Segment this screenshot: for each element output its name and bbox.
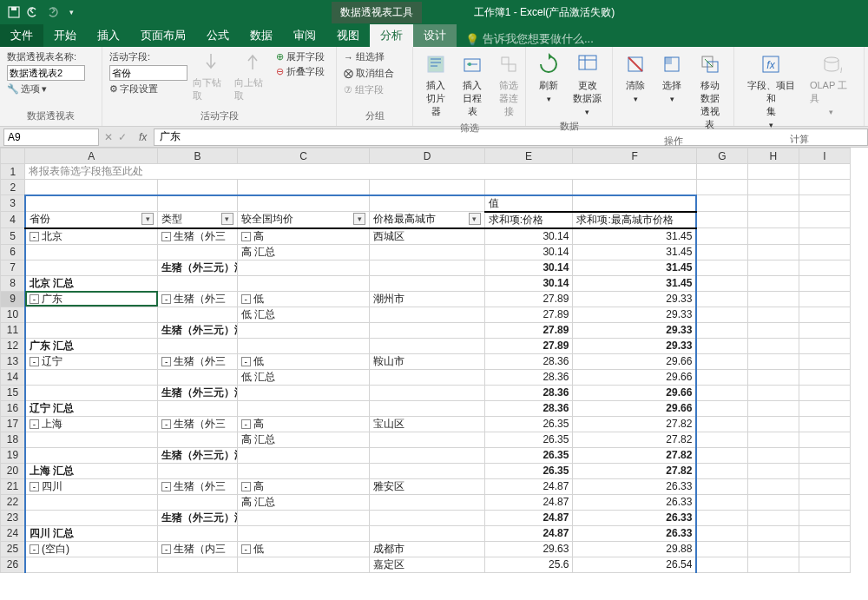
row-header[interactable]: 18 (1, 432, 25, 447)
row-header[interactable]: 16 (1, 400, 25, 416)
cell[interactable] (370, 369, 484, 385)
enter-icon[interactable]: ✓ (118, 131, 127, 143)
cell[interactable]: 28.36 (484, 369, 573, 385)
cell[interactable]: 较全国均价 (237, 212, 370, 228)
collapse-toggle[interactable]: - (241, 232, 251, 241)
collapse-toggle[interactable]: - (161, 294, 171, 304)
col-header[interactable]: D (370, 148, 484, 164)
cell[interactable]: 28.36 (484, 385, 573, 400)
row-header[interactable]: 6 (1, 244, 25, 260)
cell[interactable] (370, 338, 484, 353)
row-header[interactable]: 2 (1, 180, 25, 195)
row-header[interactable]: 19 (1, 447, 25, 463)
cell[interactable]: 广东 汇总 (25, 338, 158, 353)
cell[interactable]: -广东 (25, 291, 158, 307)
cell[interactable]: 29.66 (573, 400, 696, 416)
cell[interactable] (25, 557, 158, 572)
cell[interactable] (25, 307, 158, 322)
cell[interactable]: 26.33 (573, 494, 696, 510)
redo-icon[interactable] (45, 5, 59, 19)
tab-file[interactable]: 文件 (0, 24, 43, 47)
cell[interactable]: 26.33 (573, 510, 696, 525)
cell[interactable]: 价格最高城市 (370, 212, 484, 228)
cell[interactable] (237, 275, 370, 291)
field-settings-button[interactable]: ⚙字段设置 (109, 82, 187, 96)
cell[interactable]: 27.89 (484, 338, 573, 353)
collapse-toggle[interactable]: - (30, 482, 39, 491)
cell[interactable]: 生猪（外三元）汇总 (158, 260, 238, 275)
cell[interactable]: -高 (237, 416, 370, 432)
cell[interactable] (25, 260, 158, 275)
cell[interactable]: -生猪（外三 (158, 416, 238, 432)
move-button[interactable]: 移动 数据透视表 (693, 50, 727, 133)
cell[interactable] (370, 275, 484, 291)
cell[interactable] (158, 557, 238, 572)
cell[interactable]: 27.89 (484, 322, 573, 338)
cell[interactable]: 求和项:最高城市价格 (573, 212, 696, 228)
row-header[interactable]: 9 (1, 291, 25, 307)
cell[interactable]: 24.87 (484, 478, 573, 494)
tab-view[interactable]: 视图 (326, 24, 370, 47)
cell[interactable]: 生猪（外三元）汇总 (158, 447, 238, 463)
collapse-toggle[interactable]: - (241, 419, 251, 429)
cell[interactable] (25, 447, 158, 463)
cell[interactable] (370, 244, 484, 260)
cell[interactable] (370, 260, 484, 275)
cell[interactable]: 31.45 (573, 228, 696, 245)
group-selection-button[interactable]: →组选择 (344, 50, 394, 63)
col-header[interactable]: A (25, 148, 158, 164)
cell[interactable] (370, 322, 484, 338)
collapse-toggle[interactable]: - (30, 232, 39, 241)
filter-drop-area[interactable]: 将报表筛选字段拖至此处 (25, 164, 696, 180)
cell[interactable]: 值 (484, 195, 573, 212)
cell[interactable]: 30.14 (484, 228, 573, 245)
cell[interactable]: 30.14 (484, 260, 573, 275)
cell[interactable] (158, 307, 238, 322)
cell[interactable]: 24.87 (484, 510, 573, 525)
row-header[interactable]: 5 (1, 228, 25, 245)
cell[interactable]: 北京 汇总 (25, 275, 158, 291)
cell[interactable]: -高 (237, 478, 370, 494)
cell[interactable]: 类型 (158, 212, 238, 228)
col-header[interactable]: I (799, 148, 850, 164)
qat-more-icon[interactable]: ▾ (64, 5, 78, 19)
cell[interactable]: 生猪（外三元）汇总 (158, 385, 238, 400)
cell[interactable]: -生猪（外三 (158, 291, 238, 307)
cell[interactable]: 26.33 (573, 525, 696, 541)
insert-timeline-button[interactable]: 插入 日程表 (457, 50, 488, 120)
tab-formulas[interactable]: 公式 (196, 24, 240, 47)
row-header[interactable]: 7 (1, 260, 25, 275)
row-header[interactable]: 11 (1, 322, 25, 338)
cell[interactable] (25, 494, 158, 510)
row-header[interactable]: 25 (1, 541, 25, 557)
cell[interactable] (25, 322, 158, 338)
cell[interactable]: 省份 (25, 212, 158, 228)
cell[interactable]: -北京 (25, 228, 158, 245)
collapse-toggle[interactable]: - (161, 357, 171, 366)
cell[interactable]: 31.45 (573, 275, 696, 291)
cell[interactable]: -低 (237, 541, 370, 557)
cell[interactable]: 四川 汇总 (25, 525, 158, 541)
cell[interactable]: 31.45 (573, 244, 696, 260)
row-header[interactable]: 15 (1, 385, 25, 400)
cell[interactable] (370, 447, 484, 463)
save-icon[interactable] (7, 5, 21, 19)
cell[interactable]: -生猪（外三 (158, 478, 238, 494)
cell[interactable] (370, 510, 484, 525)
collapse-toggle[interactable]: - (30, 294, 39, 304)
cell[interactable]: 潮州市 (370, 291, 484, 307)
cell[interactable] (25, 432, 158, 447)
cell[interactable] (25, 244, 158, 260)
cell[interactable]: 低 汇总 (237, 307, 370, 322)
cell[interactable]: 雅安区 (370, 478, 484, 494)
filter-connections-button[interactable]: 筛选 器连接 (493, 50, 524, 120)
cell[interactable] (237, 385, 370, 400)
cell[interactable]: 24.87 (484, 494, 573, 510)
cell[interactable] (237, 557, 370, 572)
cell[interactable]: 29.88 (573, 541, 696, 557)
cell[interactable]: -四川 (25, 478, 158, 494)
collapse-toggle[interactable]: - (161, 232, 171, 241)
col-header[interactable]: C (237, 148, 370, 164)
cell[interactable]: 27.82 (573, 463, 696, 478)
row-header[interactable]: 14 (1, 369, 25, 385)
